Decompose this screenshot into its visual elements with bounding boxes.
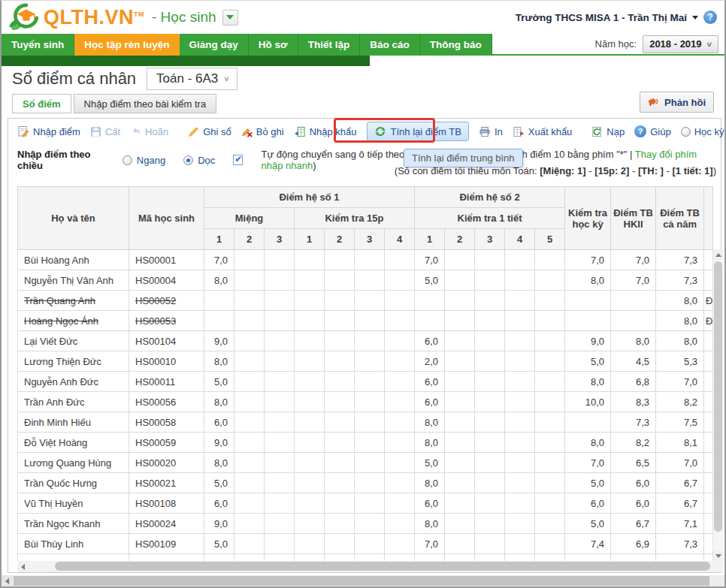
score-cell[interactable]: 8,0 [204,270,234,291]
nav-tab-hoc-tap-ren-luyen[interactable]: Học tập rèn luyện [74,34,179,56]
semester-1-radio[interactable]: Học kỳ I [681,126,726,137]
score-cell[interactable] [445,514,475,534]
col-header-index[interactable]: 5 [535,229,565,250]
score-cell[interactable]: 6,8 [611,372,656,392]
score-cell[interactable] [355,493,385,514]
vertical-scrollbar[interactable] [712,249,723,561]
score-cell[interactable] [475,534,505,554]
score-cell[interactable]: 7,0 [204,250,234,270]
score-cell[interactable] [475,351,505,372]
score-cell[interactable] [295,372,325,392]
score-cell[interactable] [204,311,234,331]
score-cell[interactable] [234,311,265,331]
score-cell[interactable] [535,291,565,311]
col-header-index[interactable]: 3 [355,229,385,250]
tab-so-diem[interactable]: Sổ điểm [12,94,71,113]
score-cell[interactable] [505,331,535,351]
score-cell[interactable] [265,311,295,331]
score-cell[interactable] [355,473,385,493]
score-cell[interactable] [265,351,295,372]
score-cell[interactable] [535,250,565,270]
score-cell[interactable] [475,331,505,351]
print-button[interactable]: In [479,126,503,137]
score-cell[interactable]: 7,0 [611,250,656,270]
score-cell[interactable] [355,412,385,433]
score-cell[interactable] [385,311,415,331]
score-cell[interactable] [505,392,535,412]
score-cell[interactable]: 6,7 [611,514,656,534]
score-cell[interactable] [295,250,325,270]
score-cell[interactable]: 8,0 [204,453,234,473]
score-cell[interactable] [325,351,355,372]
school-year-select[interactable]: 2018 - 2019˅ [643,35,718,53]
score-cell[interactable] [535,311,565,331]
help-icon[interactable]: ? [703,11,717,24]
col-header-semester-exam[interactable]: Kiểm tra học kỳ [565,187,611,250]
score-cell[interactable]: 7,0 [656,453,704,473]
score-cell[interactable] [355,291,385,311]
score-cell[interactable]: 8,0 [415,514,445,534]
score-cell[interactable] [445,534,475,554]
score-cell[interactable] [295,534,325,554]
score-cell[interactable] [355,270,385,291]
score-cell[interactable] [445,351,475,372]
col-header-index[interactable]: 2 [445,229,475,250]
score-cell[interactable]: 6,0 [415,372,445,392]
score-cell[interactable]: 7,3 [656,270,704,291]
score-cell[interactable]: 8,0 [565,372,611,392]
score-cell[interactable] [234,473,265,493]
score-cell[interactable]: 5,0 [204,534,234,554]
score-cell[interactable]: 9,0 [204,514,234,534]
nav-tab-bao-cao[interactable]: Báo cáo [360,34,420,56]
score-cell[interactable] [505,514,535,534]
score-cell[interactable]: 7,0 [565,250,611,270]
score-cell[interactable] [325,433,355,453]
col-header-index[interactable]: 2 [234,229,265,250]
score-cell[interactable] [325,534,355,554]
help-button[interactable]: ? Giúp [634,125,670,137]
direction-horizontal-radio[interactable]: Ngang [123,155,165,166]
score-cell[interactable] [295,433,325,453]
score-cell[interactable] [415,311,445,331]
enter-scores-button[interactable]: Nhập điểm [17,125,80,137]
score-cell[interactable]: 9,0 [565,331,611,351]
score-cell[interactable] [234,534,265,554]
auto-advance-checkbox[interactable] [233,155,243,165]
score-cell[interactable] [505,493,535,514]
score-cell[interactable] [265,331,295,351]
score-cell[interactable] [355,311,385,331]
score-cell[interactable]: 8,0 [415,473,445,493]
nav-tab-thong-bao[interactable]: Thông báo [420,34,492,56]
score-cell[interactable] [234,453,265,473]
score-cell[interactable]: 6,0 [611,493,656,514]
score-cell[interactable] [265,291,295,311]
score-cell[interactable]: 5,0 [415,270,445,291]
school-user-menu[interactable]: Trường THCS MISA 1 - Trần Thị Mai [516,12,687,23]
page-scroll-thumb[interactable] [14,576,709,586]
col-header-name[interactable]: Họ và tên [18,187,129,250]
score-cell[interactable] [265,534,295,554]
score-cell[interactable]: 6,0 [415,392,445,412]
score-cell[interactable] [535,270,565,291]
score-cell[interactable] [445,311,475,331]
score-cell[interactable] [385,493,415,514]
score-cell[interactable] [355,372,385,392]
col-header-index[interactable]: 1 [295,229,325,250]
score-cell[interactable] [505,453,535,473]
nav-tab-tuyen-sinh[interactable]: Tuyển sinh [2,34,74,56]
score-cell[interactable] [445,331,475,351]
reload-button[interactable]: Nạp [591,126,625,137]
score-cell[interactable] [385,250,415,270]
score-cell[interactable]: 6,0 [611,473,656,493]
score-cell[interactable] [265,392,295,412]
score-cell[interactable]: 7,1 [656,514,704,534]
score-cell[interactable] [445,270,475,291]
score-cell[interactable] [355,331,385,351]
score-cell[interactable] [475,270,505,291]
score-cell[interactable] [325,473,355,493]
grid-horizontal-scrollbar[interactable] [17,561,723,572]
score-cell[interactable] [445,392,475,412]
score-cell[interactable] [295,412,325,433]
score-cell[interactable] [505,351,535,372]
score-cell[interactable] [611,311,656,331]
